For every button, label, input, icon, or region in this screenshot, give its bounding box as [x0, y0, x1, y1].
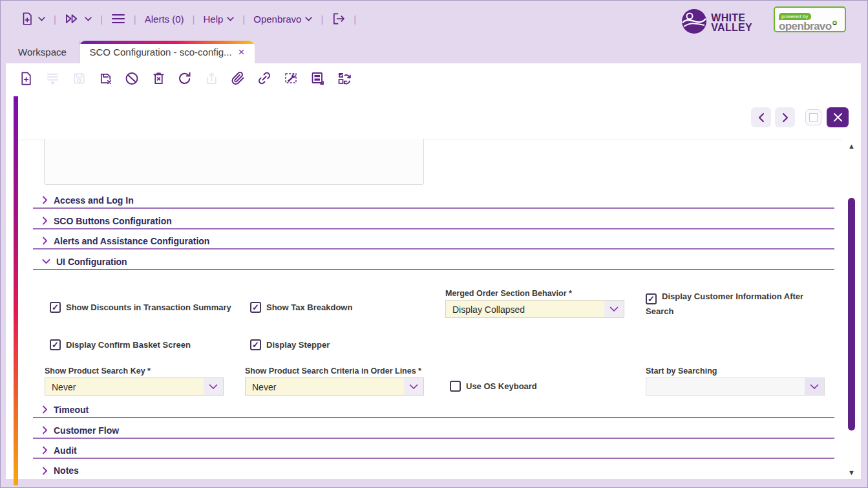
process-button[interactable] — [283, 69, 299, 88]
section-timeout[interactable]: Timeout — [33, 402, 834, 418]
show-discounts-checkbox[interactable]: ✓ — [50, 302, 61, 313]
view-accent-gradient-bar — [14, 96, 18, 485]
tab-sco-configuration[interactable]: SCO Configuration - sco-config... × — [79, 41, 255, 63]
menu-separator: | — [354, 14, 356, 25]
chevron-down-icon[interactable] — [604, 301, 624, 317]
start-by-searching-select[interactable] — [646, 377, 825, 396]
menu-separator: | — [134, 14, 136, 25]
chevron-right-icon — [42, 467, 48, 475]
chevron-down-icon — [227, 17, 234, 21]
section-alerts-and-assistance-configuration[interactable]: Alerts and Assistance Configuration — [33, 233, 834, 249]
white-valley-logo-icon — [681, 8, 707, 37]
chevron-down-icon[interactable] — [805, 378, 824, 395]
check-icon: ✓ — [252, 341, 259, 349]
new-document-icon — [20, 11, 34, 27]
checkbox-row: ✓Display Customer Information After Sear… — [646, 290, 809, 319]
chevron-down-icon — [85, 17, 92, 21]
alerts-menu[interactable]: Alerts (0) — [145, 14, 184, 25]
section-customer-flow[interactable]: Customer Flow — [33, 423, 834, 439]
attachment-button[interactable] — [230, 69, 246, 88]
openbravo-label: Openbravo — [253, 14, 301, 25]
checkbox-row: ✓ Display Stepper — [250, 339, 330, 350]
section-notes[interactable]: Notes — [33, 463, 834, 478]
delete-button[interactable] — [151, 69, 166, 88]
use-os-keyboard-checkbox[interactable]: ✓ — [450, 381, 461, 392]
menu-separator: | — [100, 14, 103, 25]
chevron-right-icon — [42, 426, 48, 434]
vertical-scrollbar[interactable]: ▲ ▼ — [842, 140, 861, 479]
openbravo-dot-icon — [832, 21, 837, 25]
logout-button[interactable] — [332, 12, 345, 26]
chevron-right-icon — [42, 217, 48, 225]
toggle-view-button[interactable] — [336, 69, 352, 88]
link-button[interactable] — [257, 69, 272, 88]
record-navigation — [751, 107, 849, 127]
start-by-searching-label: Start by Searching — [646, 366, 717, 376]
show-product-search-criteria-select[interactable]: Never — [245, 377, 424, 396]
tab-close-icon[interactable]: × — [238, 46, 245, 59]
merged-order-section-behavior-label: Merged Order Section Behavior * — [445, 289, 572, 298]
chevron-down-icon[interactable] — [204, 378, 223, 395]
tab-workspace[interactable]: Workspace — [6, 41, 79, 63]
menu-separator: | — [242, 14, 245, 25]
chevron-right-icon — [42, 196, 48, 204]
cancel-button[interactable] — [124, 69, 140, 88]
merged-order-section-behavior-select[interactable]: Display Collapsed — [445, 300, 624, 318]
new-row-button[interactable] — [45, 69, 60, 88]
undo-button[interactable] — [98, 69, 113, 88]
powered-by-openbravo-badge: powered by openbravo — [774, 6, 846, 32]
section-access-and-log-in[interactable]: Access and Log In — [33, 193, 834, 209]
tab-label: SCO Configuration - sco-config... — [89, 47, 231, 58]
refresh-button[interactable] — [177, 69, 193, 88]
hamburger-icon — [111, 14, 125, 24]
section-audit[interactable]: Audit — [33, 443, 834, 459]
display-customer-info-checkbox[interactable]: ✓ — [646, 293, 657, 304]
tab-bar: Workspace SCO Configuration - sco-config… — [6, 41, 255, 63]
description-textarea[interactable] — [44, 139, 424, 185]
form-view-button[interactable] — [310, 69, 325, 88]
new-record-button[interactable] — [18, 69, 34, 88]
chevron-right-icon — [42, 237, 48, 245]
maximize-button[interactable] — [805, 109, 821, 125]
menu-separator: | — [321, 14, 323, 25]
openbravo-menu[interactable]: Openbravo — [253, 14, 312, 25]
show-tax-breakdown-checkbox[interactable]: ✓ — [250, 302, 261, 313]
show-product-search-key-select[interactable]: Never — [45, 377, 224, 396]
white-valley-logo: WHITE VALLEY — [681, 8, 752, 37]
new-document-menu[interactable] — [20, 11, 45, 27]
menu-separator: | — [54, 14, 56, 25]
show-product-search-criteria-label: Show Product Search Criteria in Order Li… — [245, 366, 421, 376]
save-button[interactable] — [71, 69, 87, 88]
section-ui-configuration[interactable]: UI Configuration — [33, 254, 834, 270]
check-icon: ✓ — [52, 303, 59, 312]
previous-record-button[interactable] — [751, 107, 771, 127]
top-menu: | | | Alerts (0) | Help — [20, 11, 356, 27]
chevron-down-icon[interactable] — [404, 378, 423, 395]
close-view-button[interactable] — [827, 107, 849, 127]
quick-launch-menu[interactable] — [65, 12, 92, 25]
next-record-button[interactable] — [775, 107, 795, 127]
display-confirm-basket-checkbox[interactable]: ✓ — [50, 339, 61, 350]
help-menu[interactable]: Help — [203, 14, 234, 25]
check-icon: ✓ — [648, 295, 655, 303]
fast-forward-icon — [65, 12, 81, 25]
logout-icon — [332, 12, 345, 26]
record-toolbar — [18, 69, 352, 88]
chevron-down-icon — [38, 17, 45, 21]
section-sco-buttons-configuration[interactable]: SCO Buttons Configuration — [33, 213, 834, 229]
maximize-icon — [809, 113, 818, 122]
application-window: | | | Alerts (0) | Help — [0, 0, 868, 488]
show-product-search-key-label: Show Product Search Key * — [45, 366, 151, 376]
scroll-up-icon[interactable]: ▲ — [842, 142, 861, 150]
alerts-label: Alerts (0) — [145, 14, 184, 25]
openbravo-wordmark: openbravo — [779, 20, 832, 32]
help-label: Help — [203, 14, 223, 25]
display-stepper-checkbox[interactable]: ✓ — [250, 339, 261, 350]
export-button[interactable] — [204, 69, 219, 88]
hamburger-menu-button[interactable] — [111, 14, 125, 24]
menu-separator: | — [193, 14, 195, 25]
scrollbar-thumb[interactable] — [848, 198, 855, 430]
white-valley-wordmark: WHITE VALLEY — [711, 13, 752, 32]
scroll-down-icon[interactable]: ▼ — [842, 469, 861, 476]
powered-by-tag: powered by — [779, 13, 811, 20]
